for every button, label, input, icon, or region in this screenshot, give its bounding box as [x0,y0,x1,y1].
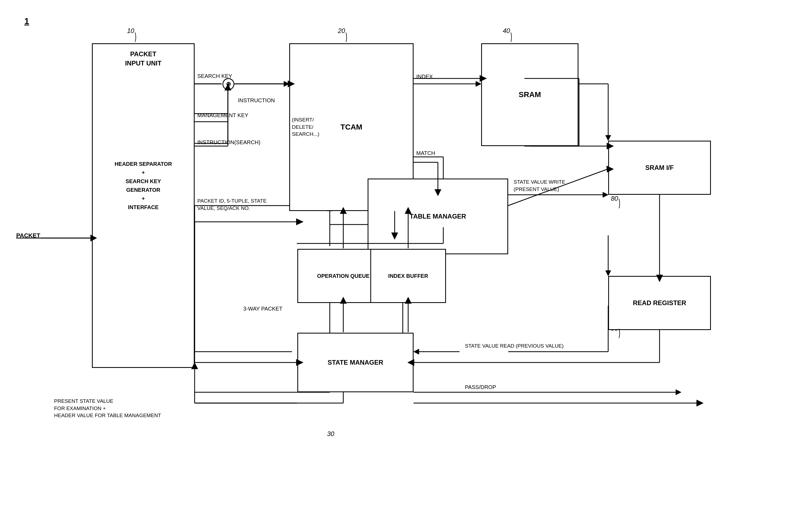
svg-marker-92 [697,400,703,406]
state-manager-box: STATE MANAGER [297,333,413,392]
packet-input-label: PACKETINPUT UNIT [125,50,162,68]
insert-delete-search-label: (INSERT/DELETE/SEARCH...) [292,116,319,138]
index-buffer-box: INDEX BUFFER [370,249,446,303]
ref-1: 1 [24,16,29,26]
svg-marker-19 [606,135,611,141]
svg-marker-16 [603,192,608,197]
table-manager-box: TABLE MANAGER [368,179,508,254]
packet-id-label: PACKET ID, 5-TUPLE, STATEVALUE, SEQ/ACK … [197,197,266,212]
search-key-label: SEARCH KEY [197,73,232,79]
svg-marker-40 [676,389,681,395]
packet-input-unit-box: PACKETINPUT UNIT HEADER SEPARATOR+SEARCH… [92,43,195,368]
state-value-read-label: STATE VALUE READ (PREVIOUS VALUE) [465,343,563,349]
svg-marker-25 [413,349,419,354]
xor-circle: ⊕ [223,78,234,90]
ref-20-tick [341,32,351,43]
ref-10-tick [130,32,141,43]
present-state-label: PRESENT STATE VALUEFOR EXAMINATION +HEAD… [54,398,161,419]
svg-marker-11 [476,81,481,86]
svg-marker-4 [284,81,289,86]
instruction-search-label: INSTRUCTION(SEARCH) [197,139,260,145]
match-label: MATCH [416,150,435,156]
sram-box: SRAM [481,43,578,146]
sram-if-box: SRAM I/F [608,141,711,195]
packet-label: PACKET [16,232,40,239]
instruction-label: INSTRUCTION [238,98,275,104]
packet-input-sublabel: HEADER SEPARATOR+SEARCH KEYGENERATOR+INT… [115,160,172,212]
ref-40-tick [505,32,516,43]
ref-80-tick [614,199,625,210]
read-register-box: READ REGISTER [608,276,711,330]
ref-90-tick [614,329,625,340]
pass-drop-label: PASS/DROP [465,384,496,391]
svg-marker-21 [606,270,611,276]
index-label: INDEX [416,74,433,80]
state-value-write-label: STATE VALUE WRITE(PRESENT VALUE) [514,179,565,193]
management-key-label: MANAGEMENT KEY [197,112,249,118]
ref-30: 30 [327,430,335,438]
diagram: 1 10 20 40 80 50 60 70 30 90 PACKETINPUT… [0,0,812,511]
svg-marker-82 [296,219,303,225]
three-way-label: 3-WAY PACKET [243,306,283,312]
